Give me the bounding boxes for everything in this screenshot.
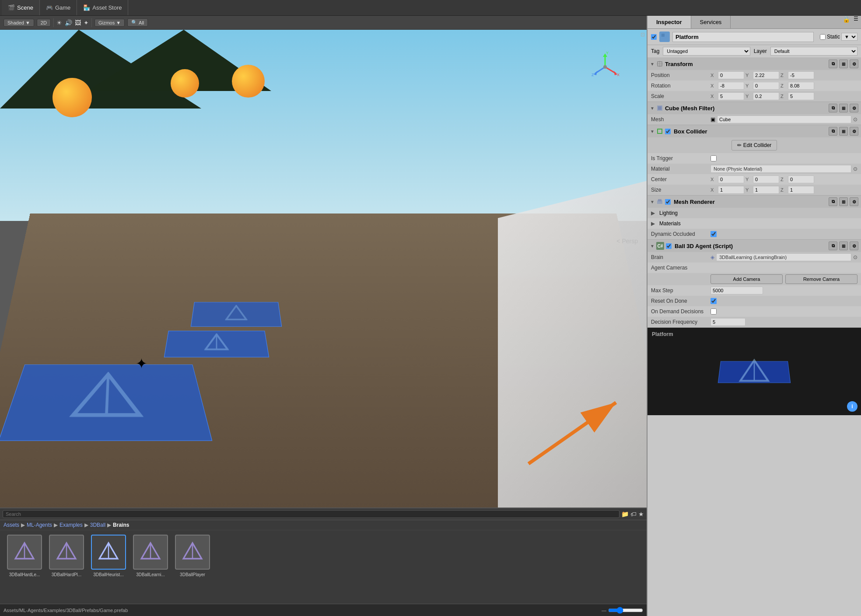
asset-item-1[interactable]: 3DBallHardPl...: [49, 535, 84, 577]
zoom-slider[interactable]: [608, 607, 643, 614]
asset-item-3[interactable]: 3DBallLearni...: [133, 535, 168, 577]
audio-icon[interactable]: 🔊: [65, 19, 72, 26]
meshfilter-tool-3[interactable]: ⚙: [850, 104, 858, 112]
renderer-tool-1[interactable]: ⧉: [829, 197, 837, 206]
object-name-input[interactable]: [672, 32, 814, 42]
lighting-row[interactable]: ▶ Lighting: [648, 208, 861, 218]
renderer-tool-2[interactable]: ⊞: [839, 197, 848, 206]
ball-agent-header[interactable]: ▼ C# Ball 3D Agent (Script) ⧉ ⊞ ⚙: [648, 240, 861, 252]
scene-view[interactable]: ✦ Y X Z: [0, 30, 647, 508]
layer-select[interactable]: Default: [770, 47, 858, 56]
svg-text:Y: Y: [606, 52, 609, 55]
tab-inspector[interactable]: Inspector: [648, 16, 691, 28]
on-demand-checkbox[interactable]: [710, 308, 717, 315]
pos-z-input[interactable]: [788, 71, 814, 79]
center-y-input[interactable]: [753, 175, 779, 183]
tag-select[interactable]: Untagged: [663, 47, 750, 56]
tab-scene[interactable]: 🎬 Scene: [2, 0, 40, 15]
mesh-filter-header[interactable]: ▼ Cube (Mesh Filter) ⧉ ⊞ ⚙: [648, 102, 861, 114]
breadcrumb-3dball[interactable]: 3DBall: [90, 522, 105, 528]
asset-item-0[interactable]: 3DBallHardLe...: [7, 535, 42, 577]
agent-enabled-checkbox[interactable]: [666, 243, 672, 249]
brain-input[interactable]: [716, 253, 851, 261]
transform-tool-1[interactable]: ⧉: [829, 60, 837, 68]
rot-z-input[interactable]: [788, 82, 814, 90]
all-dropdown[interactable]: 🔍 All: [127, 18, 148, 27]
reset-on-done-checkbox[interactable]: [710, 298, 717, 304]
dynamic-occluded-checkbox[interactable]: [710, 231, 717, 237]
agent-tool-1[interactable]: ⧉: [829, 242, 837, 250]
fx-icon[interactable]: ✦: [84, 19, 89, 26]
rot-y-input[interactable]: [753, 82, 779, 90]
meshfilter-tool-2[interactable]: ⊞: [839, 104, 848, 112]
agent-label: Ball 3D Agent (Script): [675, 243, 733, 249]
lock-icon[interactable]: 🔒: [843, 16, 854, 28]
icon-tag[interactable]: 🏷: [630, 511, 637, 518]
size-z-input[interactable]: [788, 186, 814, 194]
shading-dropdown[interactable]: Shaded ▼: [4, 19, 34, 27]
scale-y-input[interactable]: [753, 92, 779, 100]
icon-folder[interactable]: 📁: [621, 511, 629, 518]
transform-tool-3[interactable]: ⚙: [850, 60, 858, 68]
scale-z-input[interactable]: [788, 92, 814, 100]
size-x-input[interactable]: [718, 186, 744, 194]
inspector-panel: Inspector Services 🔒 ☰: [647, 16, 861, 616]
transform-tool-2[interactable]: ⊞: [839, 60, 848, 68]
collider-tool-3[interactable]: ⚙: [850, 127, 858, 136]
pos-y-input[interactable]: [753, 71, 779, 79]
breadcrumb-ml-agents[interactable]: ML-Agents: [27, 522, 52, 528]
materials-row[interactable]: ▶ Materials: [648, 218, 861, 229]
collider-enabled-checkbox[interactable]: [665, 129, 671, 134]
is-trigger-checkbox[interactable]: [710, 155, 717, 161]
object-active-checkbox[interactable]: [651, 34, 657, 40]
asset-item-4[interactable]: 3DBallPlayer: [175, 535, 210, 577]
renderer-enabled-checkbox[interactable]: [665, 199, 671, 205]
gizmos-dropdown[interactable]: Gizmos ▼: [94, 19, 125, 27]
brain-dot[interactable]: ⊙: [853, 254, 858, 260]
remove-camera-button[interactable]: Remove Camera: [785, 274, 858, 284]
scale-x-input[interactable]: [718, 92, 744, 100]
mesh-value-input[interactable]: [717, 116, 851, 123]
tab-services[interactable]: Services: [691, 16, 731, 28]
center-z-input[interactable]: [788, 175, 814, 183]
rot-x-input[interactable]: [718, 82, 744, 90]
breadcrumb-examples[interactable]: Examples: [60, 522, 83, 528]
static-dropdown[interactable]: ▼: [841, 33, 858, 41]
pos-x-input[interactable]: [718, 71, 744, 79]
info-button[interactable]: i: [847, 401, 858, 412]
agent-tool-2[interactable]: ⊞: [839, 242, 848, 250]
static-checkbox[interactable]: [820, 34, 826, 40]
size-y-input[interactable]: [753, 186, 779, 194]
collider-material-input[interactable]: [710, 165, 851, 173]
icon-star[interactable]: ★: [638, 511, 644, 518]
layer-label: Layer: [754, 48, 767, 54]
image-icon[interactable]: 🖼: [75, 19, 81, 26]
renderer-tool-3[interactable]: ⚙: [850, 197, 858, 206]
center-x-input[interactable]: [718, 175, 744, 183]
transform-section-header[interactable]: ▼ Transform ⧉ ⊞ ⚙: [648, 58, 861, 70]
scene-resize-handle[interactable]: ⊡: [640, 32, 645, 38]
2d-button[interactable]: 2D: [37, 19, 51, 27]
breadcrumb-assets[interactable]: Assets: [4, 522, 19, 528]
mesh-renderer-header[interactable]: ▼ Mesh Renderer ⧉ ⊞ ⚙: [648, 196, 861, 208]
tab-asset-store[interactable]: 🏪 Asset Store: [77, 0, 128, 15]
inspector-menu-icon[interactable]: ☰: [854, 16, 861, 28]
sun-light-gizmo[interactable]: ✦: [136, 355, 147, 372]
breadcrumb-brains[interactable]: Brains: [113, 522, 129, 528]
tab-game[interactable]: 🎮 Game: [40, 0, 77, 15]
sun-toolbar-icon[interactable]: ☀: [56, 19, 62, 26]
collider-tool-1[interactable]: ⧉: [829, 127, 837, 136]
max-step-input[interactable]: [710, 287, 763, 294]
collider-tool-2[interactable]: ⊞: [839, 127, 848, 136]
asset-item-2[interactable]: 3DBallHeurist...: [91, 535, 126, 577]
collider-material-dot[interactable]: ⊙: [853, 166, 858, 172]
add-camera-button[interactable]: Add Camera: [710, 274, 783, 284]
meshfilter-tool-1[interactable]: ⧉: [829, 104, 837, 112]
box-collider-header[interactable]: ▼ Box Collider ⧉ ⊞ ⚙: [648, 125, 861, 137]
asset-search-input[interactable]: [3, 510, 620, 518]
edit-collider-button[interactable]: ✏ Edit Collider: [732, 140, 777, 150]
mesh-settings-icon[interactable]: ⊙: [853, 116, 858, 122]
decision-freq-input[interactable]: [710, 318, 746, 326]
status-slider[interactable]: —: [602, 607, 643, 614]
agent-tool-3[interactable]: ⚙: [850, 242, 858, 250]
